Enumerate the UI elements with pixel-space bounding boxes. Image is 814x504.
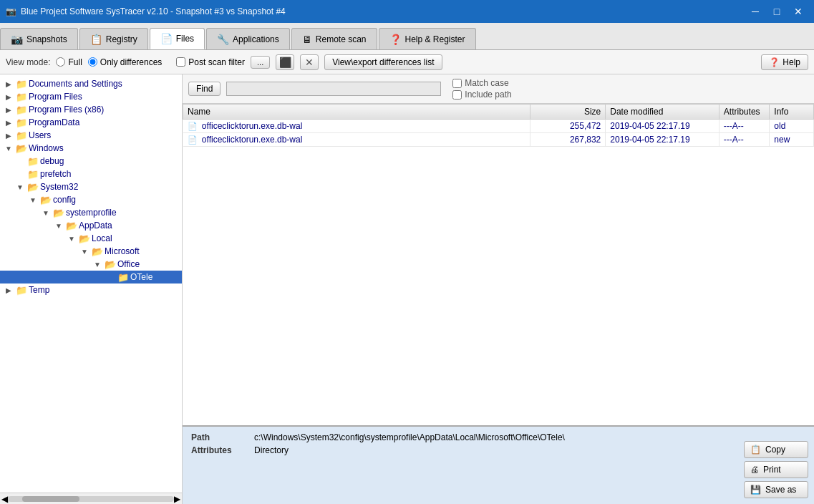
match-case-checkbox[interactable]: Match case: [452, 78, 511, 88]
files-icon: 📄: [160, 33, 173, 44]
col-size[interactable]: Size: [530, 105, 606, 120]
radio-differences-input[interactable]: [88, 57, 97, 67]
tab-registry[interactable]: 📋 Registry: [79, 28, 148, 49]
radio-full-input[interactable]: [56, 57, 65, 67]
tab-applications[interactable]: 🔧 Applications: [206, 28, 290, 49]
tree-item-debug[interactable]: 📁 debug: [0, 155, 182, 168]
print-button[interactable]: 🖨 Print: [744, 461, 808, 478]
tree-label-debug: debug: [40, 156, 64, 166]
titlebar-left: 📷 Blue Project Software SysTracer v2.10 …: [6, 6, 286, 16]
radio-differences-label: Only differences: [100, 57, 163, 67]
radio-full-label: Full: [68, 57, 82, 67]
scrollbar-thumb[interactable]: [22, 496, 79, 502]
match-case-input[interactable]: [452, 79, 462, 88]
match-case-label: Match case: [465, 78, 508, 88]
help-label: Help: [782, 57, 800, 67]
minimize-button[interactable]: ─: [745, 4, 765, 19]
tree-item-prefetch[interactable]: 📁 prefetch: [0, 168, 182, 180]
radio-full[interactable]: Full: [56, 57, 82, 67]
titlebar-controls: ─ □ ✕: [745, 4, 808, 19]
file-icon-2: 📄: [188, 135, 198, 144]
clear-filter-button[interactable]: ✕: [300, 54, 319, 70]
tree-item-programdata[interactable]: ▶ 📁 ProgramData: [0, 116, 182, 129]
table-row[interactable]: 📄 officeclicktorun.exe.db-wal 267,832 20…: [183, 133, 814, 147]
col-attributes[interactable]: Attributes: [719, 105, 769, 120]
folder-icon-docs: 📁: [16, 79, 27, 89]
ellipsis-button[interactable]: ...: [251, 56, 270, 69]
view-export-button[interactable]: View\export differences list: [324, 54, 442, 70]
tab-helpregister[interactable]: ❓ Help & Register: [379, 28, 476, 49]
file-attr-2: ---A--: [719, 133, 769, 147]
save-as-button[interactable]: 💾 Save as: [744, 481, 808, 498]
close-button[interactable]: ✕: [788, 4, 808, 19]
search-input[interactable]: [226, 82, 441, 96]
tree-item-temp[interactable]: ▶ 📁 Temp: [0, 284, 182, 296]
expander-debug: [14, 155, 26, 167]
tree-item-otele[interactable]: 📁 OTele: [0, 271, 182, 284]
filter-button[interactable]: ⬛: [276, 54, 294, 70]
scroll-left-arrow[interactable]: ◀: [1, 494, 8, 504]
post-scan-filter-input[interactable]: [176, 57, 185, 67]
table-row[interactable]: 📄 officeclicktorun.exe.db-wal 255,472 20…: [183, 120, 814, 133]
action-buttons: 📋 Copy 🖨 Print 💾 Save as: [744, 441, 808, 498]
post-scan-filter-checkbox[interactable]: Post scan filter: [176, 57, 245, 67]
tab-files-label: Files: [176, 34, 194, 44]
col-name[interactable]: Name: [183, 105, 530, 120]
expander-temp: ▶: [3, 284, 14, 296]
expander-microsoft: ▼: [79, 246, 90, 257]
tree-label-progfiles: Program Files: [29, 92, 82, 102]
include-path-checkbox[interactable]: Include path: [452, 89, 511, 100]
folder-icon-debug: 📁: [27, 156, 39, 167]
main-area: ▶ 📁 Documents and Settings ▶ 📁 Program F…: [0, 74, 814, 504]
tree-label-users: Users: [29, 130, 51, 140]
folder-icon-office: 📂: [105, 259, 116, 270]
tree-item-local[interactable]: ▼ 📂 Local: [0, 232, 182, 245]
find-button[interactable]: Find: [188, 82, 221, 96]
folder-icon-otele: 📁: [117, 272, 129, 283]
copy-button[interactable]: 📋 Copy: [744, 441, 808, 458]
expander-systemprofile: ▼: [40, 207, 52, 218]
tab-files[interactable]: 📄 Files: [150, 28, 205, 49]
scroll-right-arrow[interactable]: ▶: [174, 494, 180, 504]
folder-icon-windows: 📂: [16, 143, 27, 154]
tree-item-users[interactable]: ▶ 📁 Users: [0, 129, 182, 142]
tree-label-local: Local: [92, 233, 112, 243]
col-date[interactable]: Date modified: [606, 105, 719, 120]
remotescan-icon: 🖥: [302, 34, 312, 45]
path-label: Path: [191, 432, 248, 442]
copy-icon: 📋: [750, 445, 761, 455]
tree-item-office[interactable]: ▼ 📂 Office: [0, 258, 182, 271]
tree-item-system32[interactable]: ▼ 📂 System32: [0, 180, 182, 193]
include-path-label: Include path: [465, 89, 511, 100]
right-panel: Find Match case Include path Na: [183, 74, 814, 504]
include-path-input[interactable]: [452, 90, 462, 100]
file-info-1: old: [770, 120, 814, 133]
col-info[interactable]: Info: [770, 105, 814, 120]
tree-item-progfiles86[interactable]: ▶ 📁 Program Files (x86): [0, 103, 182, 116]
file-info-2: new: [770, 133, 814, 147]
registry-icon: 📋: [90, 34, 102, 45]
file-list[interactable]: Name Size Date modified Attributes Info: [183, 104, 814, 425]
clear-filter-icon: ✕: [305, 57, 314, 68]
tree-content[interactable]: ▶ 📁 Documents and Settings ▶ 📁 Program F…: [0, 74, 182, 493]
help-button[interactable]: ❓ Help: [761, 54, 808, 70]
file-tbody: 📄 officeclicktorun.exe.db-wal 255,472 20…: [183, 120, 814, 147]
tab-snapshots[interactable]: 📷 Snapshots: [0, 28, 78, 49]
file-size-1: 255,472: [530, 120, 606, 133]
tree-item-windows[interactable]: ▼ 📂 Windows: [0, 142, 182, 155]
folder-icon-temp: 📁: [16, 285, 27, 296]
radio-only-differences[interactable]: Only differences: [88, 57, 163, 67]
tree-item-appdata[interactable]: ▼ 📂 AppData: [0, 219, 182, 232]
tree-item-microsoft[interactable]: ▼ 📂 Microsoft: [0, 245, 182, 258]
tree-scrollbar[interactable]: ◀ ▶: [0, 493, 182, 504]
tree-item-docs[interactable]: ▶ 📁 Documents and Settings: [0, 77, 182, 90]
copy-label: Copy: [765, 445, 785, 455]
tree-item-systemprofile[interactable]: ▼ 📂 systemprofile: [0, 206, 182, 219]
attributes-label: Attributes: [191, 445, 248, 455]
maximize-button[interactable]: □: [767, 4, 787, 19]
applications-icon: 🔧: [217, 34, 229, 45]
tab-remotescan[interactable]: 🖥 Remote scan: [291, 28, 377, 49]
tree-item-progfiles[interactable]: ▶ 📁 Program Files: [0, 90, 182, 103]
tree-item-config[interactable]: ▼ 📂 config: [0, 193, 182, 206]
expander-config: ▼: [27, 194, 39, 205]
